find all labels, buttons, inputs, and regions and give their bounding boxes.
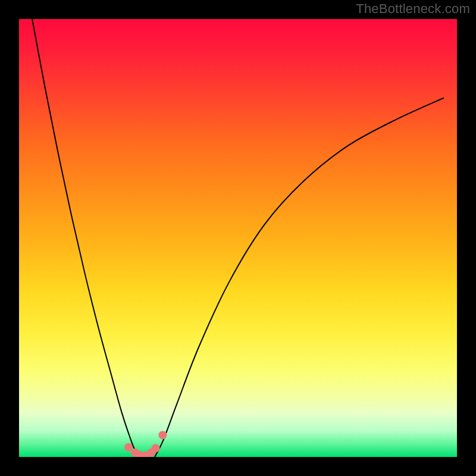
curve-group xyxy=(32,19,444,457)
plot-area xyxy=(19,19,457,457)
curves-svg xyxy=(19,19,457,457)
series-left-curve xyxy=(32,19,139,457)
marker-point xyxy=(158,431,167,439)
watermark-text: TheBottleneck.com xyxy=(356,1,470,17)
marker-group xyxy=(124,431,167,457)
series-right-curve xyxy=(155,98,444,457)
marker-point xyxy=(152,444,160,452)
chart-container: TheBottleneck.com xyxy=(0,0,476,476)
marker-point xyxy=(124,443,133,452)
